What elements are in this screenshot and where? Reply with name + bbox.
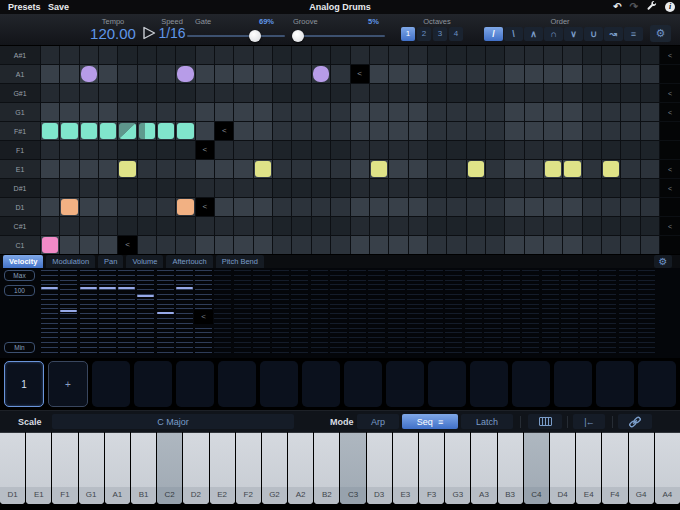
step-cell[interactable] [544, 160, 562, 178]
piano-key-F4[interactable]: F4 [602, 432, 627, 504]
step-cell[interactable] [331, 103, 349, 121]
step-cell[interactable] [157, 141, 175, 159]
velocity-bar-column[interactable] [368, 270, 385, 354]
step-cell[interactable] [583, 65, 601, 83]
loop-marker-cell[interactable]: < [215, 122, 233, 140]
step-cell[interactable] [447, 179, 465, 197]
step-cell[interactable] [234, 160, 252, 178]
scale-select[interactable]: C Major [52, 414, 294, 429]
step-cell[interactable] [176, 122, 194, 140]
link-button[interactable] [618, 414, 652, 429]
step-cell[interactable] [176, 103, 194, 121]
step-cell[interactable] [621, 160, 639, 178]
step-cell[interactable] [215, 141, 233, 159]
velocity-bar-column[interactable] [619, 270, 636, 354]
piano-key-G2[interactable]: G2 [262, 432, 287, 504]
step-cell[interactable] [80, 198, 98, 216]
step-cell[interactable] [254, 65, 272, 83]
step-cell[interactable] [351, 160, 369, 178]
step-cell[interactable] [157, 217, 175, 235]
step-cell[interactable] [351, 236, 369, 254]
step-cell[interactable] [486, 198, 504, 216]
step-cell[interactable] [138, 122, 156, 140]
gate-slider-thumb[interactable] [249, 30, 261, 42]
step-cell[interactable] [544, 236, 562, 254]
step-cell[interactable] [99, 65, 117, 83]
step-cell[interactable] [505, 65, 523, 83]
step-cell[interactable] [60, 198, 78, 216]
step-cell[interactable] [196, 46, 214, 64]
velocity-bar-column[interactable] [99, 270, 116, 354]
step-cell[interactable] [312, 122, 330, 140]
step-cell[interactable] [467, 122, 485, 140]
groove-slider-thumb[interactable] [292, 30, 304, 42]
pattern-slot-empty[interactable] [344, 361, 382, 407]
step-cell[interactable] [428, 198, 446, 216]
step-cell[interactable] [176, 141, 194, 159]
velocity-max-button[interactable]: Max [4, 270, 35, 281]
step-cell[interactable] [157, 46, 175, 64]
step-cell[interactable] [409, 179, 427, 197]
tab-pitch-bend[interactable]: Pitch Bend [216, 255, 264, 268]
step-cell[interactable] [486, 236, 504, 254]
piano-key-C2[interactable]: C2 [157, 432, 182, 504]
pattern-slot-empty[interactable] [428, 361, 466, 407]
step-cell[interactable] [331, 179, 349, 197]
step-cell[interactable] [544, 179, 562, 197]
step-cell[interactable] [60, 179, 78, 197]
velocity-min-button[interactable]: Min [4, 342, 35, 353]
step-cell[interactable] [370, 122, 388, 140]
step-cell[interactable] [312, 103, 330, 121]
step-cell[interactable] [41, 46, 59, 64]
step-cell[interactable] [602, 103, 620, 121]
step-cell[interactable] [389, 198, 407, 216]
step-cell[interactable] [80, 141, 98, 159]
step-cell[interactable] [351, 179, 369, 197]
step-cell[interactable] [505, 160, 523, 178]
piano-key-E4[interactable]: E4 [576, 432, 601, 504]
step-cell[interactable] [583, 179, 601, 197]
step-cell[interactable] [234, 84, 252, 102]
step-cell[interactable] [428, 217, 446, 235]
step-cell[interactable] [254, 236, 272, 254]
step-cell[interactable] [273, 160, 291, 178]
step-cell[interactable] [544, 217, 562, 235]
step-cell[interactable] [41, 122, 59, 140]
loop-marker-cell[interactable]: < [196, 141, 214, 159]
piano-key-D2[interactable]: D2 [183, 432, 208, 504]
gate-slider[interactable] [187, 35, 285, 37]
velocity-marker[interactable] [176, 287, 193, 289]
velocity-bar-column[interactable] [484, 270, 501, 354]
velocity-bar-column[interactable] [388, 270, 405, 354]
step-cell[interactable] [331, 46, 349, 64]
velocity-bar-column[interactable] [445, 270, 462, 354]
step-cell[interactable] [215, 198, 233, 216]
step-cell[interactable] [602, 217, 620, 235]
step-cell[interactable] [447, 65, 465, 83]
step-cell[interactable] [505, 179, 523, 197]
step-cell[interactable] [215, 217, 233, 235]
step-cell[interactable] [370, 217, 388, 235]
step-cell[interactable] [234, 198, 252, 216]
step-cell[interactable] [331, 236, 349, 254]
step-cell[interactable] [312, 46, 330, 64]
step-cell[interactable] [544, 65, 562, 83]
step-cell[interactable] [138, 141, 156, 159]
piano-key-F2[interactable]: F2 [236, 432, 261, 504]
piano-key-A1[interactable]: A1 [105, 432, 130, 504]
step-cell[interactable] [292, 103, 310, 121]
velocity-marker[interactable] [157, 312, 174, 314]
step-cell[interactable] [525, 84, 543, 102]
piano-key-F1[interactable]: F1 [52, 432, 77, 504]
step-cell[interactable] [621, 141, 639, 159]
step-cell[interactable] [176, 84, 194, 102]
step-cell[interactable] [505, 141, 523, 159]
step-cell[interactable] [409, 46, 427, 64]
pattern-slot-empty[interactable] [470, 361, 508, 407]
step-cell[interactable] [389, 46, 407, 64]
step-cell[interactable] [602, 141, 620, 159]
step-cell[interactable] [447, 217, 465, 235]
velocity-bar-column[interactable] [349, 270, 366, 354]
step-cell[interactable] [99, 84, 117, 102]
velocity-marker[interactable] [118, 287, 135, 289]
